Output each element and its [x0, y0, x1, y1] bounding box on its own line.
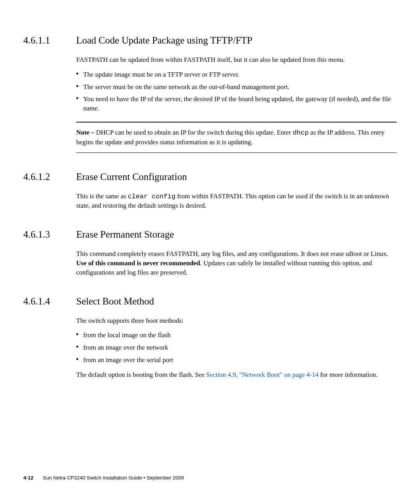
list-item: You need to have the IP of the server, t… [76, 94, 397, 113]
section-title: Erase Permanent Storage [76, 229, 174, 240]
list-item: from the local image on the flash [76, 331, 397, 340]
heading-row: 4.6.1.3 Erase Permanent Storage [23, 229, 397, 240]
section-title: Select Boot Method [76, 296, 154, 307]
note-text-before: DHCP can be used to obtain an IP for the… [94, 129, 293, 136]
section-number: 4.6.1.4 [23, 296, 76, 307]
intro-paragraph: The switch supports three boot methods: [76, 316, 397, 326]
list-item: from an image over the network [76, 343, 397, 352]
text-after-link: for more information. [318, 371, 378, 378]
bullet-list: from the local image on the flash from a… [76, 331, 397, 364]
body-text: This is the same as clear config from wi… [76, 192, 397, 211]
list-item: The server must be on the same network a… [76, 82, 397, 92]
section-title: Load Code Update Package using TFTP/FTP [76, 35, 252, 46]
intro-paragraph: FASTPATH can be updated from within FAST… [76, 55, 397, 65]
bold-text: Use of this command is never recommended [76, 259, 200, 267]
body-text: FASTPATH can be updated from within FAST… [76, 55, 397, 113]
heading-row: 4.6.1.2 Erase Current Configuration [23, 172, 397, 182]
heading-row: 4.6.1.1 Load Code Update Package using T… [23, 35, 397, 46]
section-number: 4.6.1.3 [23, 229, 76, 240]
body-text: The switch supports three boot methods: … [76, 316, 397, 380]
text-before-mono: This is the same as [76, 192, 128, 200]
section-number: 4.6.1.1 [23, 35, 76, 46]
footer-text: Sun Netra CP3240 Switch Installation Gui… [43, 475, 184, 481]
note-mono-text: dhcp [293, 129, 309, 136]
text-before-bold: This command completely erases FASTPATH,… [76, 250, 388, 257]
cross-reference-link[interactable]: Section 4.9, "Network Boot" on page 4-14 [206, 371, 318, 378]
section-number: 4.6.1.2 [23, 172, 76, 182]
body-text: This command completely erases FASTPATH,… [76, 249, 397, 277]
section-4-6-1-2: 4.6.1.2 Erase Current Configuration This… [23, 172, 397, 211]
note-label: Note – [76, 129, 94, 136]
section-4-6-1-1: 4.6.1.1 Load Code Update Package using T… [23, 35, 397, 153]
note-block: Note – DHCP can be used to obtain an IP … [76, 122, 397, 153]
page-number: 4-12 [23, 475, 33, 481]
outro-paragraph: The default option is booting from the f… [76, 370, 397, 380]
mono-text: clear config [128, 193, 175, 200]
heading-row: 4.6.1.4 Select Boot Method [23, 296, 397, 307]
bullet-list: The update image must be on a TFTP serve… [76, 70, 397, 113]
paragraph: This is the same as clear config from wi… [76, 192, 397, 211]
section-4-6-1-3: 4.6.1.3 Erase Permanent Storage This com… [23, 229, 397, 277]
list-item: The update image must be on a TFTP serve… [76, 70, 397, 79]
text-before-link: The default option is booting from the f… [76, 371, 206, 378]
section-4-6-1-4: 4.6.1.4 Select Boot Method The switch su… [23, 296, 397, 380]
section-title: Erase Current Configuration [76, 172, 187, 182]
list-item: from an image over the serial port [76, 355, 397, 365]
page-footer: 4-12Sun Netra CP3240 Switch Installation… [23, 475, 184, 481]
paragraph: This command completely erases FASTPATH,… [76, 249, 397, 277]
